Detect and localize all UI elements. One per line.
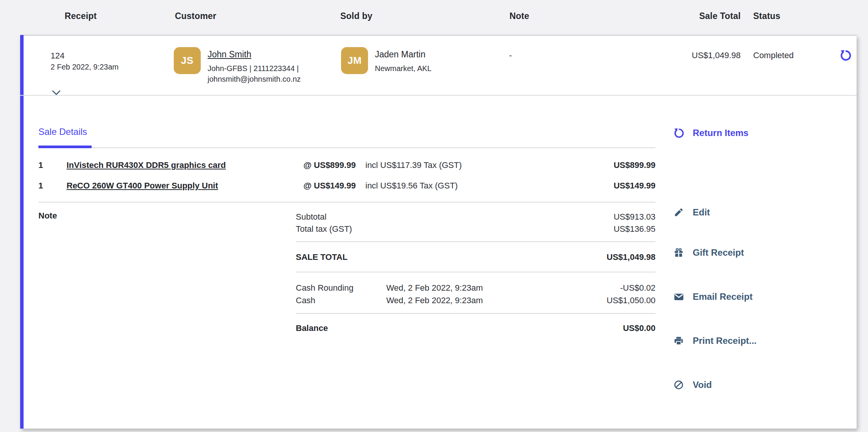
return-sale-icon[interactable] [840,50,851,61]
totals-zone: Note Subtotal US$913.03 Total tax (GST) … [38,203,655,349]
payment-amount: US$1,050.00 [568,294,655,307]
return-items-button[interactable]: Return Items [673,126,837,140]
sold-by-location: Newmarket, AKL [375,63,432,74]
printer-icon [673,335,684,346]
sold-by-name: Jaden Martin [375,48,432,61]
sale-total-amount: US$1,049.98 [607,252,655,263]
undo-icon [673,128,684,138]
payment-row: Cash Wed, 2 Feb 2022, 9:23am US$1,050.00 [296,294,655,307]
subtotal-label: Subtotal [296,211,614,223]
sale-summary-row[interactable]: 124 2 Feb 2022, 9:23am JS John Smith Joh… [20,36,857,96]
item-name-link[interactable]: InVistech RUR430X DDR5 graphics card [67,160,226,170]
item-amount: US$899.99 [568,160,655,170]
sale-actions: Return Items Edit [673,96,837,392]
customer-detail-line2: johnsmith@johnsmith.co.nz [208,74,301,84]
email-receipt-button[interactable]: Email Receipt [673,290,837,304]
sales-history-page: Receipt Customer Sold by Note Sale Total… [0,0,868,432]
subtotal-row: Subtotal US$913.03 [296,211,655,223]
payment-label: Cash [296,294,386,307]
chevron-down-icon[interactable] [52,90,61,97]
item-name-link[interactable]: ReCO 260W GT400 Power Supply Unit [67,181,218,191]
sold-by-avatar: JM [341,47,368,74]
total-tax-amount: US$136.95 [614,223,655,235]
balance-amount: US$0.00 [623,323,655,334]
subtotal-amount: US$913.03 [614,211,655,223]
customer-cell: John Smith John-GFBS | 2111223344 | john… [208,48,301,84]
note-value: - [509,50,512,61]
item-unit-price: @ US$149.99 [303,181,365,191]
sale-detail-panel: Sale Details 1 InVistech RUR430X DDR5 gr… [20,96,857,392]
line-items: 1 InVistech RUR430X DDR5 graphics card @… [38,155,655,196]
item-unit-price: @ US$899.99 [303,160,365,170]
pencil-icon [673,207,684,218]
envelope-icon [673,291,684,302]
item-amount: US$149.99 [568,181,655,191]
item-qty: 1 [38,160,67,170]
line-item-row: 1 ReCO 260W GT400 Power Supply Unit @ US… [38,176,655,196]
payment-date: Wed, 2 Feb 2022, 9:23am [386,282,568,294]
sale-total-row: SALE TOTAL US$1,049.98 [296,242,655,272]
receipt-cell: 124 2 Feb 2022, 9:23am [51,50,119,72]
balance-label: Balance [296,323,623,334]
item-qty: 1 [38,181,67,191]
note-label: Note [38,211,57,221]
receipt-date: 2 Feb 2022, 9:23am [51,62,119,72]
total-tax-label: Total tax (GST) [296,223,614,235]
void-icon [673,380,684,390]
receipt-number: 124 [51,50,119,62]
print-receipt-button[interactable]: Print Receipt... [673,334,837,348]
tab-sale-details[interactable]: Sale Details [38,126,92,148]
customer-name-link[interactable]: John Smith [208,48,301,61]
payment-date: Wed, 2 Feb 2022, 9:23am [386,294,568,307]
payment-row: Cash Rounding Wed, 2 Feb 2022, 9:23am -U… [296,282,655,294]
balance-row: Balance US$0.00 [296,314,655,349]
status-badge: Completed [753,50,793,61]
line-item-row: 1 InVistech RUR430X DDR5 graphics card @… [38,155,655,176]
item-tax-included: incl US$19.56 Tax (GST) [365,181,568,191]
payment-label: Cash Rounding [296,282,386,294]
sale-total-label: SALE TOTAL [296,252,607,263]
detail-tabs: Sale Details [38,126,655,148]
customer-avatar: JS [174,47,201,74]
total-tax-row: Total tax (GST) US$136.95 [296,223,655,235]
column-header-note: Note [509,11,529,21]
item-tax-included: incl US$117.39 Tax (GST) [365,160,568,170]
edit-button[interactable]: Edit [673,205,837,220]
customer-detail-line1: John-GFBS | 2111223344 | [208,63,301,74]
column-header-sold-by: Sold by [340,11,372,21]
sale-card: 124 2 Feb 2022, 9:23am JS John Smith Joh… [20,35,857,429]
column-header-receipt: Receipt [65,11,97,21]
sale-detail-column: Sale Details 1 InVistech RUR430X DDR5 gr… [38,96,655,349]
column-header-status: Status [753,11,781,21]
column-header-sale-total: Sale Total [690,11,741,21]
sale-total-value: US$1,049.98 [692,50,741,61]
column-header-customer: Customer [175,11,216,21]
gift-receipt-button[interactable]: Gift Receipt [673,245,837,260]
sold-by-cell: Jaden Martin Newmarket, AKL [375,48,432,74]
gift-icon [673,247,684,258]
payment-amount: -US$0.02 [568,282,655,294]
void-button[interactable]: Void [673,378,837,392]
